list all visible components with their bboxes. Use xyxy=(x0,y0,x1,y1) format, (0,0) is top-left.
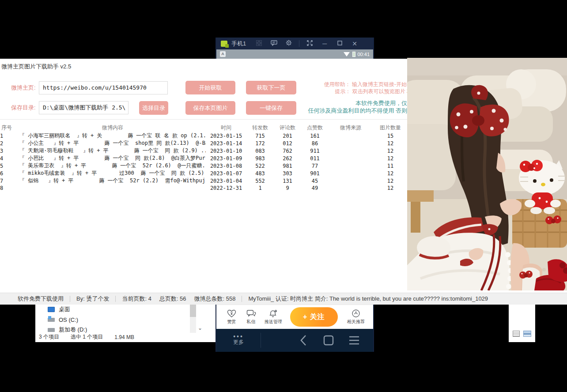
table-row[interactable]: 7『 似锦 』转 + 平 薅 一个宝 52r (2.2) 需fo@-Withpu… xyxy=(0,177,408,185)
notification-app-icon: A xyxy=(220,51,226,57)
col-no[interactable]: 序号 xyxy=(0,123,19,132)
recents-menu-button[interactable] xyxy=(341,335,367,345)
explorer-view-corner xyxy=(509,305,535,342)
explorer-item-os-c[interactable]: OS (C:) xyxy=(48,315,78,324)
wifi-icon xyxy=(344,52,350,57)
selected-size: 1.94 MB xyxy=(114,334,134,340)
start-fetch-button[interactable]: 开始获取 xyxy=(185,81,235,94)
table-row[interactable]: 1『 小海军三丽鸥联名 』转 + 关 薅 一个宝 联 名 款 op (2.1..… xyxy=(0,132,408,139)
system-drive-icon xyxy=(48,318,55,322)
weibo-action-bar: 赞赏 私信 推送管理 + 关注 相关推荐 xyxy=(216,305,373,329)
status-total-pages: 总页数: 56 xyxy=(159,295,186,303)
reward-button[interactable]: 赞赏 xyxy=(222,309,241,325)
item-count: 3 个项目 xyxy=(39,333,59,341)
minimize-button[interactable]: ─ xyxy=(317,40,332,47)
monitor-icon xyxy=(48,307,55,312)
status-user-profile: MyTomiii_ 认证: 时尚博主 简介: The world is terr… xyxy=(248,295,488,303)
drive-icon xyxy=(48,328,55,332)
home-url-label: 微博主页: xyxy=(11,84,36,92)
clock-text: 00:41 xyxy=(357,52,370,57)
selected-count: 选中 1 个项目 xyxy=(71,333,103,341)
col-content[interactable]: 微博内容 xyxy=(19,123,206,132)
chevron-down-icon[interactable]: ⌄ xyxy=(198,325,202,331)
status-current-page: 当前页数: 4 xyxy=(122,295,151,303)
more-button[interactable]: ••• 更多 xyxy=(216,335,261,346)
window-title: 微博主页图片下载助手 v2.5 xyxy=(1,63,71,71)
table-row[interactable]: 6『 mikko毛绒套装 』转 + 平 过300 薅 一个宝 同 款 (2.5)… xyxy=(0,170,408,177)
choose-dir-button[interactable]: 选择目录 xyxy=(139,101,168,115)
ellipsis-icon: ••• xyxy=(233,335,244,338)
table-row[interactable]: 5『 美乐蒂卫衣 』转 + 平 薅 一个宝 52r (2.6) @一只蜜糖...… xyxy=(0,162,408,170)
battery-icon xyxy=(352,52,355,57)
explorer-status-bar: 3 个项目 选中 1 个项目 1.94 MB xyxy=(39,332,215,342)
col-likes[interactable]: 点赞数 xyxy=(301,123,329,132)
license-notice-text: 本软件免费使用，仅限学 任何涉及商业盈利目的均不得使用 否则产生 xyxy=(287,99,419,114)
col-reposts[interactable]: 转发数 xyxy=(246,123,274,132)
settings-gear-icon[interactable] xyxy=(281,40,296,47)
col-source[interactable]: 微博来源 xyxy=(329,123,373,132)
usage-help-text: 使用帮助： 输入微博主页链接-开始获取 提示： 双击列表可以预览图片 右键 xyxy=(291,81,417,95)
status-total-posts: 微博总条数: 558 xyxy=(194,295,236,303)
bell-icon xyxy=(269,309,278,318)
status-divider xyxy=(242,296,242,302)
maximize-button[interactable] xyxy=(332,40,347,47)
android-nav-bar: ••• 更多 xyxy=(216,329,373,352)
explorer-item-desktop[interactable]: 桌面 xyxy=(48,305,70,314)
follow-button[interactable]: + 关注 xyxy=(290,307,338,327)
explorer-scrollbar[interactable] xyxy=(190,305,196,333)
direct-message-button[interactable]: 私信 xyxy=(241,309,261,325)
chat-bubbles-icon xyxy=(246,309,256,318)
android-status-bar: A 00:41 xyxy=(216,49,373,59)
status-divider xyxy=(115,296,116,302)
app-status-bar: 软件免费下载使用 By: 烫了个发 当前页数: 4 总页数: 56 微博总条数:… xyxy=(0,293,567,305)
circle-chevron-icon xyxy=(352,309,360,318)
save-page-button[interactable]: 保存本页图片 xyxy=(185,101,235,115)
col-pics[interactable]: 图片数量 xyxy=(373,123,408,132)
photo-viewer-window xyxy=(407,58,567,290)
fullscreen-icon[interactable] xyxy=(302,40,317,47)
table-row[interactable]: 82022-12-31194912 xyxy=(0,185,408,192)
save-dir-label: 保存目录: xyxy=(11,104,36,112)
table-header-row: 序号 微博内容 时间 转发数 评论数 点赞数 微博来源 图片数量 xyxy=(0,123,408,132)
emulator-titlebar[interactable]: 手机1 ─ ✕ xyxy=(216,38,373,49)
close-button[interactable]: ✕ xyxy=(347,40,362,47)
related-recommend-button[interactable]: 相关推荐 xyxy=(344,309,368,325)
col-time[interactable]: 时间 xyxy=(206,123,246,132)
emulator-title: 手机1 xyxy=(231,40,246,48)
girl-photo xyxy=(407,58,567,290)
scrollbar-thumb[interactable] xyxy=(190,305,196,317)
nav-divider xyxy=(261,333,261,348)
back-button[interactable] xyxy=(290,335,316,346)
weibo-posts-table: 序号 微博内容 时间 转发数 评论数 点赞数 微博来源 图片数量 1『 小海军三… xyxy=(0,123,408,192)
status-author: By: 烫了个发 xyxy=(76,295,109,303)
next-page-button[interactable]: 获取下一页 xyxy=(246,81,296,94)
heart-reward-icon xyxy=(227,309,236,318)
status-divider xyxy=(70,296,70,302)
push-manage-button[interactable]: 推送管理 xyxy=(261,309,286,325)
explorer-window: 桌面 OS (C:) 新加卷 (D:) ⌄ 3 个项目 选中 1 个项目 1.9… xyxy=(35,305,215,342)
table-row[interactable]: 3『 天鹅湖·羽毛穆勒鞋 』转 + 平 薅 一个宝 同 款 (2.9) ...2… xyxy=(0,147,408,155)
table-row[interactable]: 2『 小公主 』转 + 平 薅 一个宝 shop里 同 款(2.13) @-Ba… xyxy=(0,139,408,147)
col-comments[interactable]: 评论数 xyxy=(274,123,301,132)
save-dir-input[interactable]: D:\桌面\微博图下载助手 2.5\ xyxy=(39,101,129,114)
titlebar-divider xyxy=(299,40,299,47)
emulator-app-icon xyxy=(221,41,227,47)
status-free-text: 软件免费下载使用 xyxy=(18,295,64,303)
thumbnail-view-icon[interactable] xyxy=(523,331,531,337)
qr-grid-icon[interactable] xyxy=(251,40,266,47)
home-url-input[interactable]: https://weibo.com/u/1540145970 xyxy=(39,81,168,94)
feedback-icon[interactable] xyxy=(266,40,281,47)
home-button[interactable] xyxy=(316,335,341,346)
details-view-icon[interactable] xyxy=(513,331,520,337)
table-row[interactable]: 4『 小芭比 』转 + 平 薅 一个宝 同 款(2.8) @白茶入梦Pur...… xyxy=(0,155,408,162)
